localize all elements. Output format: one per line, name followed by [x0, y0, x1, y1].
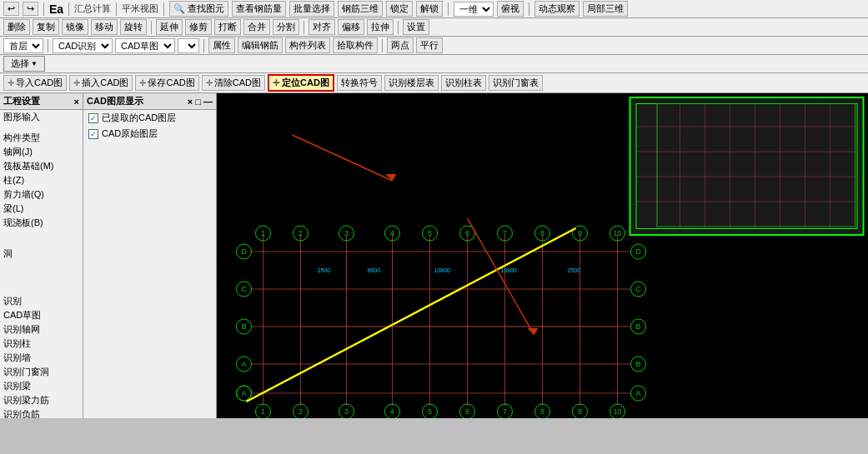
toolbar-row1: ↩ ↪ Ea 汇总计算 平米视图 🔍 查找图元 查看钢筋量 批量选择 钢筋三维 …: [0, 0, 868, 18]
left-panel-close[interactable]: ×: [74, 97, 79, 107]
svg-text:D: D: [635, 247, 641, 256]
svg-text:2: 2: [299, 407, 303, 416]
import-cad-btn[interactable]: ✛ 导入CAD图: [3, 75, 67, 91]
cad-toolbar: ✛ 导入CAD图 ✛ 插入CAD图 ✛ 保存CAD图 ✛ 清除CAD图 ✛ 定位…: [0, 73, 868, 93]
axis-item[interactable]: 轴网(J): [0, 145, 83, 159]
parallel-btn[interactable]: 平行: [416, 37, 443, 53]
local-3d-btn[interactable]: 局部三维: [583, 1, 628, 17]
svg-rect-95: [630, 97, 864, 235]
redo-btn[interactable]: ↪: [23, 2, 38, 16]
identify-window-table-btn[interactable]: 识别门窗表: [489, 75, 543, 91]
identify-neg-rebar-item[interactable]: 识别负筋: [0, 407, 83, 418]
rebar-3d-btn[interactable]: 钢筋三维: [338, 1, 383, 17]
top-view-btn[interactable]: 俯视: [497, 1, 524, 17]
sep7: [151, 21, 152, 34]
svg-text:5: 5: [428, 229, 432, 237]
trim-btn[interactable]: 修剪: [185, 19, 212, 35]
beam-item[interactable]: 梁(L): [0, 202, 83, 216]
svg-text:2: 2: [299, 229, 303, 237]
cad-extracted-layer[interactable]: 已提取的CAD图层: [83, 110, 216, 126]
two-point-btn[interactable]: 两点: [387, 37, 414, 53]
stretch-btn[interactable]: 拉伸: [367, 19, 394, 35]
svg-text:2500: 2500: [318, 267, 331, 273]
cad-original-layer[interactable]: CAD原始图层: [83, 126, 216, 142]
find-element-btn[interactable]: 🔍 查找图元: [169, 1, 228, 17]
convert-symbol-btn[interactable]: 转换符号: [337, 75, 382, 91]
cad-draft-item[interactable]: CAD草图: [0, 308, 83, 322]
svg-text:8600: 8600: [368, 267, 381, 273]
clear-cad-btn[interactable]: ✛ 清除CAD图: [202, 75, 265, 91]
svg-text:1: 1: [261, 407, 265, 416]
identify-column-table-btn[interactable]: 识别柱表: [441, 75, 486, 91]
unlock-btn[interactable]: 解锁: [416, 1, 443, 17]
summary-label: 汇总计算: [74, 2, 111, 15]
identify-label[interactable]: 识别: [0, 294, 83, 308]
mirror-btn[interactable]: 镜像: [62, 19, 88, 35]
svg-text:10800: 10800: [434, 267, 451, 273]
svg-text:2500: 2500: [263, 417, 277, 418]
svg-text:6: 6: [465, 229, 469, 237]
batch-select-btn[interactable]: 批量选择: [289, 1, 334, 17]
rotate-btn[interactable]: 旋转: [120, 19, 147, 35]
edit-rebar-btn[interactable]: 编辑钢筋: [238, 37, 283, 53]
graphic-input-item[interactable]: 图形输入: [0, 110, 83, 124]
cad-draft-select[interactable]: CAD草图: [115, 38, 175, 53]
merge-btn[interactable]: 合并: [243, 19, 270, 35]
floor-select[interactable]: 首层: [3, 38, 43, 53]
raft-item[interactable]: 筏板基础(M): [0, 159, 83, 173]
identify-beam-rebar-item[interactable]: 识别梁力筋: [0, 393, 83, 407]
opening-item[interactable]: 洞: [0, 247, 83, 261]
identify-door-item[interactable]: 识别门窗洞: [0, 365, 83, 379]
identify-axis-item[interactable]: 识别轴网: [0, 322, 83, 337]
move-btn[interactable]: 移动: [91, 19, 118, 35]
cad-id-select[interactable]: CAD识别: [53, 38, 113, 53]
align-btn[interactable]: 对齐: [309, 19, 335, 35]
property-btn[interactable]: 属性: [208, 37, 235, 53]
component-list-btn[interactable]: 构件列表: [285, 37, 330, 53]
sep1: [43, 2, 44, 16]
svg-text:3: 3: [344, 407, 349, 416]
save-cad-btn[interactable]: ✛ 保存CAD图: [135, 75, 198, 91]
shear-wall-item[interactable]: 剪力墙(Q): [0, 187, 83, 202]
identify-beam-item[interactable]: 识别梁: [0, 379, 83, 393]
clear-icon: ✛: [206, 78, 213, 87]
svg-text:8: 8: [540, 229, 544, 237]
extra-select[interactable]: [178, 38, 199, 53]
copy-btn[interactable]: 复制: [33, 19, 59, 35]
split-btn[interactable]: 分割: [273, 19, 299, 35]
lock-btn[interactable]: 锁定: [386, 1, 413, 17]
component-type-item[interactable]: 构件类型: [0, 131, 83, 145]
locate-cad-btn[interactable]: ✛ 定位CAD图: [268, 74, 334, 92]
toolbar-row2: 删除 复制 镜像 移动 旋转 延伸 修剪 打断 合并 分割 对齐 偏移 拉伸 设…: [0, 18, 868, 37]
extracted-checkbox[interactable]: [88, 113, 98, 123]
break-btn[interactable]: 打断: [214, 19, 241, 35]
identify-col-item[interactable]: 识别柱: [0, 337, 83, 351]
insert-icon: ✛: [73, 78, 80, 87]
select-row: 选择 ▼: [0, 55, 868, 73]
dynamic-obs-btn[interactable]: 动态观察: [534, 1, 580, 17]
cad-svg: 1 2 3 4 5 6 7 8 9 10: [217, 93, 868, 418]
identify-wall-item[interactable]: 识别墙: [0, 351, 83, 365]
select-btn[interactable]: 选择 ▼: [3, 56, 45, 72]
left-panel-title: 工程设置 ×: [0, 93, 83, 110]
original-checkbox[interactable]: [88, 129, 98, 139]
identify-floor-table-btn[interactable]: 识别楼层表: [384, 75, 439, 91]
cad-panel-close[interactable]: × □ —: [188, 97, 213, 107]
sep12: [382, 39, 383, 52]
delete-btn[interactable]: 删除: [3, 19, 30, 35]
settings-btn[interactable]: 设置: [403, 19, 429, 35]
cad-panel-title: CAD图层显示 × □ —: [83, 93, 216, 110]
slab-item[interactable]: 现浇板(B): [0, 216, 83, 230]
canvas-area[interactable]: 1 2 3 4 5 6 7 8 9 10: [217, 93, 868, 418]
offset-btn[interactable]: 偏移: [338, 19, 364, 35]
left-panel: 工程设置 × 图形输入 构件类型 轴网(J) 筏板基础(M) 柱(Z) 剪力墙(…: [0, 93, 83, 418]
svg-text:8: 8: [540, 407, 544, 416]
view-select[interactable]: 一维 二维: [454, 2, 494, 17]
insert-cad-btn[interactable]: ✛ 插入CAD图: [69, 75, 133, 91]
cad-panel: CAD图层显示 × □ — 已提取的CAD图层 CAD原始图层: [83, 93, 217, 418]
view-rebar-btn[interactable]: 查看钢筋量: [232, 1, 286, 17]
undo-btn[interactable]: ↩: [3, 2, 19, 16]
pick-component-btn[interactable]: 拾取构件: [333, 37, 378, 53]
extend-btn[interactable]: 延伸: [156, 19, 183, 35]
column-item[interactable]: 柱(Z): [0, 173, 83, 187]
